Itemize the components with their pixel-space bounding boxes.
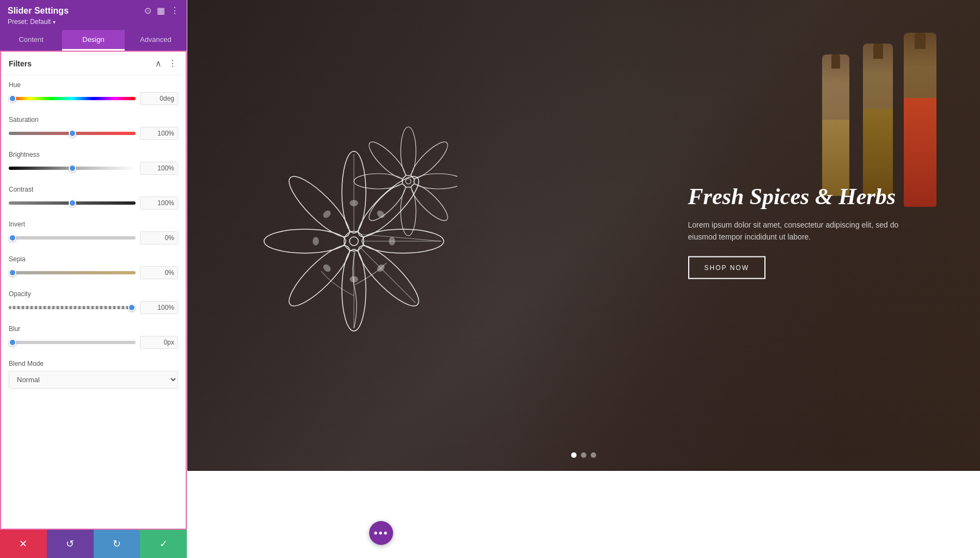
sepia-input[interactable] xyxy=(140,266,178,279)
svg-line-13 xyxy=(361,248,415,302)
save-button[interactable]: ✓ xyxy=(140,530,187,558)
hero-cta-button[interactable]: SHOP NOW xyxy=(688,256,765,279)
svg-point-1 xyxy=(352,169,426,243)
preset-label: Preset: Default xyxy=(8,18,51,26)
invert-label: Invert xyxy=(9,220,178,228)
saturation-input[interactable] xyxy=(140,127,178,140)
hue-label: Hue xyxy=(9,81,178,89)
hero-heading: Fresh Spices & Herbs xyxy=(688,182,917,210)
panel-tabs: Content Design Advanced xyxy=(0,30,187,51)
saturation-row: Saturation xyxy=(1,111,186,145)
contrast-input[interactable] xyxy=(140,197,178,210)
filters-more-button[interactable]: ⋮ xyxy=(167,58,178,69)
fab-icon: ••• xyxy=(373,527,388,539)
contrast-label: Contrast xyxy=(9,186,178,193)
fab-button[interactable]: ••• xyxy=(369,521,393,545)
opacity-label: Opacity xyxy=(9,290,178,298)
layout-icon[interactable]: ▦ xyxy=(157,5,165,16)
svg-point-19 xyxy=(350,277,358,282)
blur-slider-wrap xyxy=(9,338,136,347)
dot-3[interactable] xyxy=(591,452,596,458)
blend-mode-label: Blend Mode xyxy=(9,360,178,367)
redo-button[interactable]: ↻ xyxy=(94,530,140,558)
contrast-control xyxy=(9,197,178,210)
cancel-button[interactable]: ✕ xyxy=(0,530,47,558)
tab-design[interactable]: Design xyxy=(62,30,124,51)
invert-slider[interactable] xyxy=(9,236,136,240)
brightness-label: Brightness xyxy=(9,151,178,158)
blend-mode-row: Blend Mode Normal Multiply Screen Overla… xyxy=(1,354,186,394)
sepia-slider[interactable] xyxy=(9,271,136,274)
invert-control xyxy=(9,231,178,244)
dot-1[interactable] xyxy=(571,452,577,458)
preset-arrow-icon: ▾ xyxy=(53,19,56,25)
opacity-control xyxy=(9,301,178,314)
panel-header: Slider Settings ⊙ ▦ ⋮ Preset: Default ▾ xyxy=(0,0,187,30)
below-slider-area xyxy=(187,471,980,558)
tab-advanced[interactable]: Advanced xyxy=(125,30,187,51)
contrast-slider[interactable] xyxy=(9,201,136,205)
slider-dots xyxy=(571,452,596,458)
dot-2[interactable] xyxy=(581,452,586,458)
svg-point-32 xyxy=(406,179,411,184)
hue-control xyxy=(9,92,178,105)
settings-icon[interactable]: ⊙ xyxy=(144,5,151,16)
invert-row: Invert xyxy=(1,215,186,250)
hero-text-area: Fresh Spices & Herbs Lorem ipsum dolor s… xyxy=(688,182,917,279)
blur-row: Blur xyxy=(1,320,186,354)
sepia-row: Sepia xyxy=(1,250,186,285)
filters-title: Filters xyxy=(9,59,32,68)
svg-point-7 xyxy=(282,169,357,243)
hue-row: Hue xyxy=(1,76,186,111)
sepia-control xyxy=(9,266,178,279)
filters-header: Filters ∧ ⋮ xyxy=(1,52,186,76)
brightness-control xyxy=(9,162,178,175)
blur-slider[interactable] xyxy=(9,341,136,344)
invert-input[interactable] xyxy=(140,231,178,244)
hue-input[interactable] xyxy=(140,92,178,105)
blend-mode-select[interactable]: Normal Multiply Screen Overlay Darken Li… xyxy=(9,371,178,389)
invert-slider-wrap xyxy=(9,233,136,243)
svg-point-5 xyxy=(282,238,357,313)
panel-title: Slider Settings xyxy=(8,6,69,16)
svg-point-22 xyxy=(322,210,332,219)
saturation-label: Saturation xyxy=(9,116,178,124)
svg-point-30 xyxy=(365,137,410,182)
undo-button[interactable]: ↺ xyxy=(47,530,94,558)
opacity-slider[interactable] xyxy=(9,306,136,309)
header-icons: ⊙ ▦ ⋮ xyxy=(144,5,179,16)
saturation-slider[interactable] xyxy=(9,132,136,135)
svg-point-8 xyxy=(344,231,364,251)
hero-subtext: Lorem ipsum dolor sit amet, consectetur … xyxy=(688,218,917,243)
opacity-row: Opacity xyxy=(1,285,186,320)
hue-slider[interactable] xyxy=(9,97,136,100)
filters-section: Filters ∧ ⋮ Hue Saturation xyxy=(0,51,187,530)
brightness-input[interactable] xyxy=(140,162,178,175)
svg-point-28 xyxy=(365,180,410,225)
more-icon[interactable]: ⋮ xyxy=(170,5,179,16)
blur-input[interactable] xyxy=(140,336,178,349)
svg-point-25 xyxy=(414,174,457,189)
opacity-slider-wrap xyxy=(9,303,136,312)
brightness-slider[interactable] xyxy=(9,167,136,170)
svg-point-20 xyxy=(322,263,332,273)
svg-point-9 xyxy=(350,237,358,246)
svg-point-26 xyxy=(407,180,452,225)
hero-slider: Fresh Spices & Herbs Lorem ipsum dolor s… xyxy=(187,0,980,471)
left-panel: Slider Settings ⊙ ▦ ⋮ Preset: Default ▾ … xyxy=(0,0,187,558)
right-content: Fresh Spices & Herbs Lorem ipsum dolor s… xyxy=(187,0,980,558)
hue-slider-wrap xyxy=(9,94,136,103)
svg-point-17 xyxy=(389,237,395,245)
preset-row[interactable]: Preset: Default ▾ xyxy=(8,18,179,26)
contrast-slider-wrap xyxy=(9,198,136,208)
tab-content[interactable]: Content xyxy=(0,30,62,51)
contrast-row: Contrast xyxy=(1,180,186,215)
brightness-row: Brightness xyxy=(1,145,186,180)
opacity-input[interactable] xyxy=(140,301,178,314)
collapse-button[interactable]: ∧ xyxy=(154,58,163,69)
svg-point-31 xyxy=(402,175,414,187)
saturation-control xyxy=(9,127,178,140)
svg-point-15 xyxy=(350,200,358,206)
saturation-slider-wrap xyxy=(9,128,136,138)
panel-bottom-toolbar: ✕ ↺ ↻ ✓ xyxy=(0,530,187,558)
